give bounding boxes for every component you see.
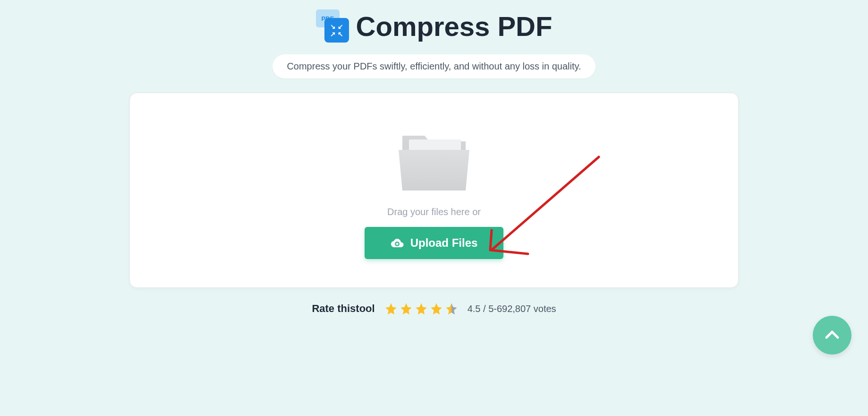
- cloud-upload-icon: [391, 238, 404, 248]
- rating-text: 4.5 / 5-692,807 votes: [468, 303, 556, 314]
- star-icon[interactable]: [384, 302, 398, 315]
- star-half-icon[interactable]: [445, 302, 458, 315]
- upload-button-label: Upload Files: [410, 236, 478, 250]
- rating-section: Rate thistool 4.5 / 5-692,807 votes: [0, 302, 868, 329]
- rate-label: Rate thistool: [312, 303, 374, 315]
- title-row: PDF ↘ ↙ ↗ ↖ Compress PDF: [0, 9, 868, 43]
- drag-instruction-text: Drag your files here or: [387, 207, 481, 217]
- upload-card[interactable]: Drag your files here or Upload Files: [129, 93, 739, 288]
- chevron-up-icon: [823, 326, 842, 345]
- star-icon[interactable]: [400, 302, 413, 315]
- star-icon[interactable]: [430, 302, 443, 315]
- compress-arrows-icon: ↘ ↙ ↗ ↖: [324, 18, 349, 43]
- header-section: PDF ↘ ↙ ↗ ↖ Compress PDF Compress your P…: [0, 9, 868, 78]
- upload-files-button[interactable]: Upload Files: [365, 227, 504, 259]
- star-icon[interactable]: [415, 302, 428, 315]
- scroll-to-top-button[interactable]: [813, 316, 851, 355]
- page-subtitle: Compress your PDFs swiftly, efficiently,…: [272, 54, 595, 78]
- folder-icon: [399, 131, 469, 192]
- compress-pdf-icon: PDF ↘ ↙ ↗ ↖: [316, 9, 349, 43]
- star-rating[interactable]: [384, 302, 458, 315]
- page-title: Compress PDF: [356, 10, 553, 42]
